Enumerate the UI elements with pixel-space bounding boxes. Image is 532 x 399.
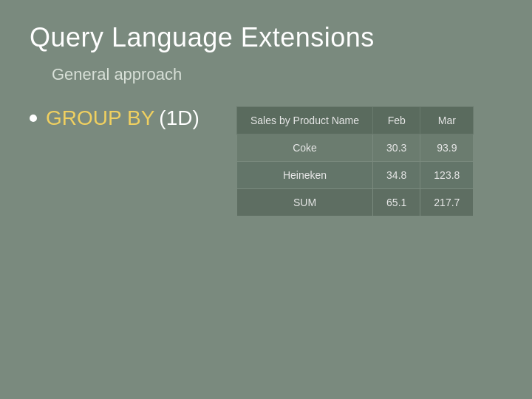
bullet-item: GROUP BY (1D) bbox=[30, 106, 222, 130]
table-section: Sales by Product Name Feb Mar Coke30.393… bbox=[236, 106, 502, 216]
cell-mar: 93.9 bbox=[420, 134, 474, 162]
cell-product-name: Coke bbox=[237, 134, 373, 162]
table-row: Coke30.393.9 bbox=[237, 134, 474, 162]
table-header-row: Sales by Product Name Feb Mar bbox=[237, 107, 474, 134]
col-header-product: Sales by Product Name bbox=[237, 107, 373, 134]
main-title: Query Language Extensions bbox=[30, 22, 502, 53]
data-table: Sales by Product Name Feb Mar Coke30.393… bbox=[236, 106, 474, 216]
cell-feb: 30.3 bbox=[373, 134, 420, 162]
cell-feb: 65.1 bbox=[373, 189, 420, 216]
bullet-section: GROUP BY (1D) bbox=[30, 106, 222, 130]
bullet-text-group: GROUP BY (1D) bbox=[46, 106, 200, 130]
col-header-feb: Feb bbox=[373, 107, 420, 134]
cell-product-name: Heineken bbox=[237, 162, 373, 189]
cell-mar: 123.8 bbox=[420, 162, 474, 189]
content-area: GROUP BY (1D) Sales by Product Name Feb … bbox=[30, 106, 502, 216]
page-container: Query Language Extensions General approa… bbox=[0, 0, 532, 399]
group-by-keyword: GROUP BY bbox=[46, 106, 154, 130]
bullet-dot-icon bbox=[30, 115, 37, 122]
table-row: Heineken34.8123.8 bbox=[237, 162, 474, 189]
cell-mar: 217.7 bbox=[420, 189, 474, 216]
col-header-mar: Mar bbox=[420, 107, 474, 134]
cell-product-name: SUM bbox=[237, 189, 373, 216]
cell-feb: 34.8 bbox=[373, 162, 420, 189]
subtitle: General approach bbox=[52, 65, 502, 84]
table-row: SUM65.1217.7 bbox=[237, 189, 474, 216]
bullet-suffix: (1D) bbox=[159, 106, 199, 130]
